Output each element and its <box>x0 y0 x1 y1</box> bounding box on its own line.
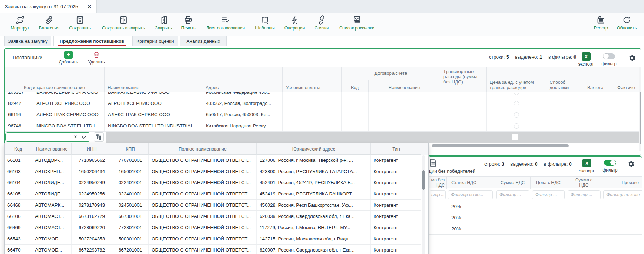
toolbar: Маршрут Вложения Сохранить Сохранить и з… <box>0 13 644 36</box>
lookup-row[interactable]: 66105 АВТОЛИДЕ... 0224950256 022401001 О… <box>5 188 421 200</box>
col-contract-name[interactable]: Наименование <box>369 80 440 93</box>
lookup-col-full-name[interactable]: Полное наименование <box>149 143 257 155</box>
plus-icon: + <box>64 51 73 59</box>
settings-gear-icon[interactable] <box>628 54 636 62</box>
popup-vertical-scrollbar[interactable] <box>422 155 425 254</box>
close-document-button[interactable]: Закрыть <box>155 15 172 31</box>
table-row[interactable]: 82942 АГРОТЕХСЕРВИС ООО АГРОТЕХСЕРВИС ОО… <box>5 98 639 109</box>
col-currency[interactable]: Валюта <box>584 67 614 93</box>
table-row[interactable]: 20% <box>429 223 642 235</box>
clear-icon[interactable]: ✕ <box>74 134 78 140</box>
approval-sheet-button[interactable]: Лист согласования <box>206 15 245 31</box>
mail-list-icon <box>352 15 361 25</box>
col-unit-price[interactable]: Цена за ед. с учетом трансп. расходов <box>487 67 546 93</box>
lookup-row[interactable]: 66470 АВТОМОБ... 6672293782 667201001 ОБ… <box>5 245 421 254</box>
col-name[interactable]: Наименование <box>105 67 202 93</box>
table-row[interactable]: 103317 БАЙКАЛСЕРВИС УФА ООО БАЙКАЛСЕРВИС… <box>5 92 639 98</box>
registry-button[interactable]: Реестр <box>594 15 608 31</box>
operations-button[interactable]: Операции <box>284 15 305 31</box>
templates-icon <box>260 15 269 25</box>
positions-table-stats: строки: 3 выделено: 0 в фильтре: 0 <box>484 161 572 167</box>
horizontal-scrollbar[interactable] <box>432 144 569 147</box>
filter-input[interactable]: Фильтр ... <box>496 190 529 199</box>
save-and-close-button[interactable]: Сохранить и закрыть <box>102 15 145 31</box>
attachments-button[interactable]: Вложения <box>39 15 60 31</box>
col-actual[interactable]: Фактиче <box>614 67 639 93</box>
col-transport-costs[interactable]: Транспортные расходы (сумма без НДС) <box>440 67 487 93</box>
refresh-button[interactable]: Обновить <box>617 15 637 31</box>
lookup-col-inn[interactable]: ИНН <box>72 143 112 155</box>
lightning-icon <box>290 15 299 25</box>
settings-gear-icon[interactable] <box>627 160 635 168</box>
export-excel-button[interactable]: X экспорт <box>577 52 595 67</box>
lookup-row[interactable]: 66106 АВТОМАСТ... 6673162729 667301001 О… <box>5 211 421 222</box>
row-checkbox[interactable] <box>514 112 519 118</box>
add-supplier-button[interactable]: + Добавить <box>58 51 79 65</box>
lookup-row[interactable]: 66103 АВТОКРЕП... 1650206434 165001001 О… <box>5 166 421 177</box>
document-icon <box>430 159 437 167</box>
chevron-down-icon[interactable] <box>82 136 86 139</box>
tab-analysis[interactable]: Анализ данных <box>180 36 227 46</box>
filter-input[interactable]: Фильтр по коло <box>603 190 642 199</box>
col-delivery-method[interactable]: Способ доставки <box>546 67 584 93</box>
tab-supplier-offers[interactable]: Предложения поставщиков <box>53 36 130 46</box>
filter-input[interactable]: Фильтр по ко... <box>448 190 493 199</box>
positions-panel-title: ции без победителей <box>429 168 475 174</box>
col-producer[interactable]: Произво <box>602 177 642 189</box>
lookup-col-code[interactable]: Код <box>5 143 32 155</box>
filter-input[interactable]: ьтр ... <box>430 190 446 199</box>
registry-icon <box>596 15 605 25</box>
lookup-col-legal-address[interactable]: Юридический адрес <box>257 143 371 155</box>
mailing-list-button[interactable]: Список рассылки <box>339 15 374 31</box>
col-vat-rate[interactable]: Ставка НДС <box>447 177 495 189</box>
supplier-combobox[interactable]: ✕ <box>5 132 90 142</box>
vertical-scrollbar[interactable] <box>639 67 641 151</box>
lookup-row[interactable]: 66543 АВТОМОБ... 5027204353 500301001 ОБ… <box>5 233 421 245</box>
toggle-on-icon[interactable] <box>604 160 616 166</box>
filter-input[interactable]: Фильтр ... <box>532 190 565 199</box>
col-sum-with-vat[interactable]: Сумма с НДС <box>566 177 602 189</box>
close-icon[interactable]: ✕ <box>87 4 92 9</box>
paperclip-icon <box>45 15 54 25</box>
tab-criteria[interactable]: Критерии оценки <box>132 36 178 46</box>
col-sum-no-vat[interactable]: ма без НДС <box>429 177 447 189</box>
tab-request[interactable]: Заявка на закупку <box>4 36 51 46</box>
row-checkbox[interactable] <box>512 134 518 140</box>
route-icon <box>15 15 25 25</box>
route-button[interactable]: Маршрут <box>11 15 29 31</box>
print-button[interactable]: Печать <box>181 15 196 31</box>
col-vat-sum[interactable]: Сумма НДС <box>495 177 531 189</box>
document-tab[interactable]: Заявка на закупку от 31.07.2025 ✕ <box>0 0 97 13</box>
lookup-col-type[interactable]: Тип <box>371 143 421 155</box>
col-payment-terms[interactable]: Условия оплаты <box>283 67 342 93</box>
table-row[interactable]: 20% <box>429 212 642 223</box>
lookup-row[interactable]: 66469 АВТОМАСТ... 9728069220 772801001 О… <box>5 222 421 233</box>
col-contract-code[interactable]: Код <box>342 80 369 93</box>
delete-supplier-button[interactable]: Удалить <box>86 51 107 65</box>
templates-button[interactable]: Шаблоны <box>255 15 274 31</box>
col-address[interactable]: Адрес <box>202 67 283 93</box>
filter-toggle-top[interactable]: фильтр <box>600 53 618 66</box>
lookup-row[interactable]: 66104 АВТОЛИДЕ... 0224950249 022401001 О… <box>5 177 421 188</box>
toggle-off-icon[interactable] <box>603 53 615 59</box>
trash-icon <box>93 51 100 59</box>
hierarchy-select-button[interactable] <box>94 132 104 142</box>
save-button[interactable]: Сохранить <box>69 15 91 31</box>
lookup-row[interactable]: 66101 АВТОДОР-... 7710965662 770701001 О… <box>5 155 421 166</box>
col-code-short-name[interactable]: Код и краткое наименование <box>5 67 105 93</box>
row-checkbox[interactable] <box>514 101 519 106</box>
links-button[interactable]: Связки <box>315 15 329 31</box>
col-price-with-vat[interactable]: Цена с НДС <box>531 177 566 189</box>
export-excel-button[interactable]: X экспорт <box>578 159 596 173</box>
edit-row[interactable]: ✕ <box>5 132 639 143</box>
row-checkbox[interactable] <box>514 123 519 129</box>
filter-toggle-bottom[interactable]: фильтр <box>601 160 619 173</box>
lookup-row[interactable]: 66468 АВТОМАРК... 0278170943 024501001 О… <box>5 200 421 211</box>
table-row[interactable]: 96746 NINGBO BOA STEEL LTD I... NINGBO B… <box>5 120 639 132</box>
table-row[interactable]: 20% <box>429 201 642 212</box>
lookup-col-kpp[interactable]: КПП <box>112 143 149 155</box>
filter-input[interactable]: Фильтр ... <box>568 190 601 199</box>
lookup-col-name[interactable]: Наименование <box>32 143 72 155</box>
table-row[interactable]: 66116 АЛЕКС ТРАК СЕРВИС ООО АЛЕКС ТРАК С… <box>5 109 639 120</box>
excel-icon: X <box>582 159 591 167</box>
